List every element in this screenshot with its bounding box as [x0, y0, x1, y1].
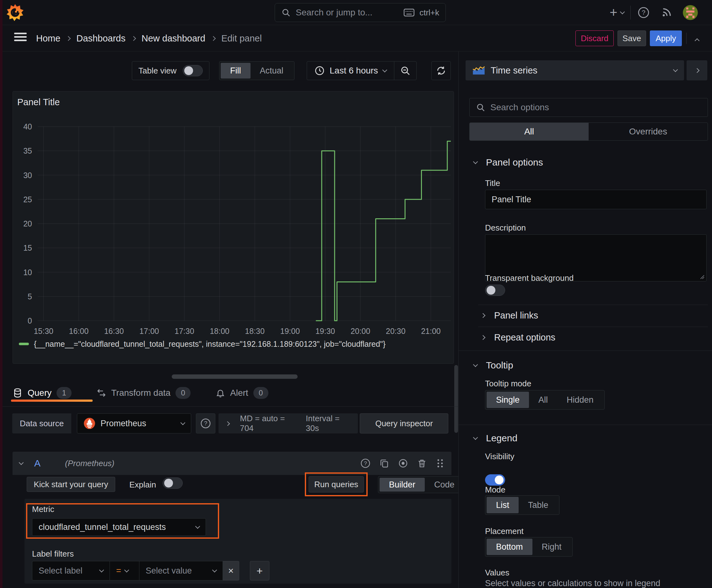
collapse-query-icon[interactable]: [19, 460, 24, 465]
query-options-collapse[interactable]: MD = auto = 704 Interval = 30s: [218, 413, 358, 434]
delete-query-trash-icon[interactable]: [417, 458, 427, 468]
topbar-actions: + ?: [606, 0, 702, 25]
news-button[interactable]: [656, 7, 676, 18]
tooltip-single-option[interactable]: Single: [487, 392, 529, 408]
metric-picker[interactable]: cloudflared_tunnel_total_requests: [32, 518, 206, 536]
svg-text:?: ?: [364, 460, 367, 466]
keyboard-icon: [404, 8, 414, 17]
svg-text:10: 10: [23, 268, 32, 277]
pane-resize-handle[interactable]: [172, 374, 298, 379]
divider: [686, 33, 687, 44]
builder-option[interactable]: Builder: [380, 478, 425, 491]
refresh-button[interactable]: [431, 61, 451, 80]
explain-toggle[interactable]: [163, 478, 183, 489]
svg-text:40: 40: [23, 122, 32, 131]
select-label-dropdown[interactable]: Select label: [32, 561, 110, 581]
global-search[interactable]: Search or jump to... ctrl+k: [275, 3, 446, 22]
breadcrumb-dashboards[interactable]: Dashboards: [76, 33, 125, 44]
metric-value: cloudflared_tunnel_total_requests: [39, 522, 191, 532]
legend-header[interactable]: Legend: [474, 433, 517, 443]
zoom-out-button[interactable]: [394, 62, 416, 80]
legend-table-option[interactable]: Table: [519, 497, 558, 513]
table-view-toggle[interactable]: [183, 65, 203, 76]
code-option[interactable]: Code: [425, 478, 464, 491]
query-inspector-button[interactable]: Query inspector: [360, 413, 448, 434]
svg-text:0: 0: [28, 316, 32, 325]
select-value-dropdown[interactable]: Select value: [139, 561, 223, 581]
transparent-bg-toggle[interactable]: [485, 285, 505, 296]
tab-transform-label: Transform data: [111, 388, 170, 398]
collapse-sidebar-button[interactable]: [687, 60, 707, 80]
svg-text:18:30: 18:30: [245, 327, 265, 335]
kickstart-query-button[interactable]: Kick start your query: [27, 477, 115, 492]
discard-button[interactable]: Discard: [576, 30, 614, 46]
drag-handle-icon[interactable]: [436, 458, 445, 468]
transform-icon: [97, 388, 106, 398]
user-avatar[interactable]: [679, 4, 702, 21]
tab-transform[interactable]: Transform data 0: [84, 387, 203, 399]
svg-text:?: ?: [642, 9, 645, 16]
divider: [478, 327, 708, 327]
apply-button[interactable]: Apply: [650, 30, 682, 46]
search-options-placeholder: Search options: [490, 102, 549, 112]
tab-query[interactable]: Query 1: [13, 387, 84, 399]
scrollbar-thumb[interactable]: [454, 365, 458, 433]
time-range-picker[interactable]: Last 6 hours: [307, 62, 394, 80]
placement-right-option[interactable]: Right: [533, 539, 571, 555]
save-button[interactable]: Save: [618, 30, 646, 46]
resize-handle-icon[interactable]: [699, 274, 705, 279]
placement-bottom-option[interactable]: Bottom: [487, 539, 533, 555]
query-options-interval: Interval = 30s: [306, 414, 350, 433]
add-new-button[interactable]: +: [606, 6, 628, 19]
repeat-options-section[interactable]: Repeat options: [481, 332, 555, 343]
disable-query-eye-icon[interactable]: [398, 458, 408, 468]
svg-text:19:00: 19:00: [280, 327, 300, 335]
visualization-picker[interactable]: Time series: [466, 60, 684, 80]
svg-text:17:00: 17:00: [139, 327, 159, 335]
tooltip-all-option[interactable]: All: [529, 392, 557, 408]
plus-icon: +: [610, 6, 618, 19]
breadcrumb-home[interactable]: Home: [36, 33, 60, 44]
svg-text:15: 15: [23, 244, 32, 252]
legend-list-option[interactable]: List: [487, 497, 519, 513]
tab-all[interactable]: All: [470, 123, 589, 141]
operator-dropdown[interactable]: =: [110, 561, 139, 581]
datasource-help-button[interactable]: ?: [196, 413, 215, 434]
tab-alert[interactable]: Alert 0: [203, 387, 281, 399]
tooltip-header[interactable]: Tooltip: [474, 360, 513, 371]
breadcrumb-separator: [211, 36, 216, 41]
fill-option[interactable]: Fill: [221, 63, 251, 79]
datasource-picker[interactable]: Prometheus: [77, 413, 191, 434]
tooltip-mode-switch: Single All Hidden: [485, 390, 605, 410]
query-datasource-name: (Prometheus): [65, 459, 114, 468]
actual-option[interactable]: Actual: [251, 63, 293, 79]
breadcrumb-new-dashboard[interactable]: New dashboard: [142, 33, 205, 44]
menu-icon[interactable]: [14, 31, 27, 43]
panel-options-header[interactable]: Panel options: [474, 157, 543, 168]
chart-legend[interactable]: {__name__="cloudflared_tunnel_total_requ…: [19, 338, 386, 350]
query-editor-body: Metric cloudflared_tunnel_total_requests…: [24, 499, 451, 584]
top-bar: Search or jump to... ctrl+k + ?: [0, 0, 712, 25]
query-ref-id[interactable]: A: [34, 458, 41, 469]
panel-links-heading: Panel links: [494, 310, 538, 321]
legend-series-label[interactable]: {__name__="cloudflared_tunnel_total_requ…: [34, 339, 386, 349]
help-button[interactable]: ?: [633, 6, 654, 19]
grafana-logo[interactable]: [6, 4, 24, 21]
time-range-label: Last 6 hours: [330, 66, 378, 76]
visualization-name: Time series: [491, 65, 668, 76]
legend-visibility-toggle[interactable]: [485, 474, 505, 486]
chevron-down-icon: [212, 567, 217, 572]
query-help-icon[interactable]: ?: [360, 458, 370, 468]
search-options-box[interactable]: Search options: [469, 98, 708, 117]
tooltip-hidden-option[interactable]: Hidden: [557, 392, 603, 408]
timeseries-chart[interactable]: 051015202530354015:3016:0016:3017:0017:3…: [13, 91, 454, 363]
tab-overrides[interactable]: Overrides: [589, 123, 708, 141]
add-filter-button[interactable]: +: [250, 561, 269, 581]
panel-title-field[interactable]: [485, 190, 707, 209]
remove-filter-button[interactable]: ×: [223, 561, 239, 581]
panel-title-input[interactable]: [485, 190, 707, 209]
duplicate-query-icon[interactable]: [379, 458, 389, 468]
chevron-up-icon[interactable]: [695, 38, 700, 43]
run-queries-button[interactable]: Run queries: [308, 476, 364, 492]
panel-links-section[interactable]: Panel links: [481, 310, 538, 321]
